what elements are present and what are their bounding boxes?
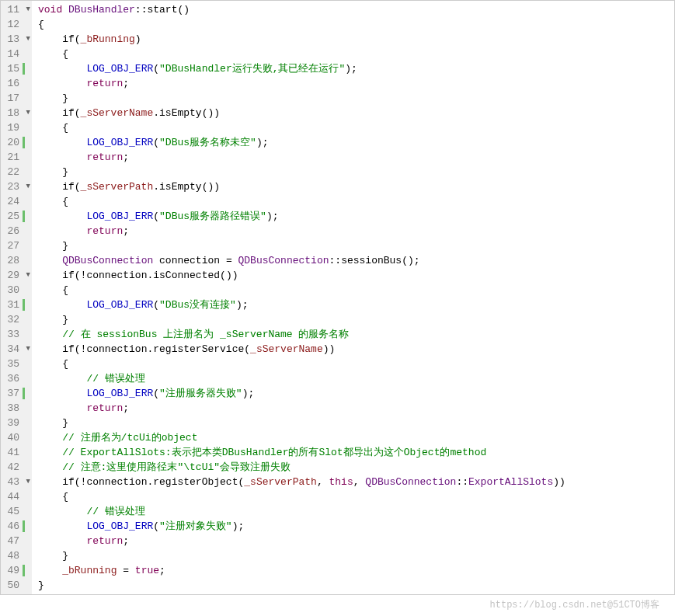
- code-token: (: [153, 299, 159, 311]
- code-token: this: [329, 476, 353, 488]
- gutter-line: 20: [2, 135, 30, 150]
- line-number: 16: [2, 76, 21, 91]
- code-token: {: [38, 196, 68, 207]
- code-token: (: [153, 63, 159, 75]
- code-token: )): [553, 476, 565, 488]
- gutter-line: 48: [2, 548, 30, 563]
- code-token: ();: [402, 255, 419, 266]
- code-token: (: [153, 137, 159, 148]
- code-token: QDBusConnection: [365, 476, 456, 488]
- line-number: 27: [2, 238, 21, 253]
- code-line: {: [38, 120, 668, 135]
- code-token: ()): [220, 270, 238, 281]
- code-token: [38, 151, 86, 163]
- code-line: return;: [38, 224, 668, 238]
- code-line: if(!connection.registerObject(_sServerPa…: [38, 475, 668, 489]
- code-token: );: [236, 299, 249, 311]
- fold-toggle-icon[interactable]: ▼: [21, 32, 30, 47]
- code-token: // 在 sessionBus 上注册名为 _sServerName 的服务名称: [62, 329, 349, 340]
- code-token: .: [153, 107, 159, 119]
- change-marker: [23, 211, 25, 222]
- code-token: "DBus服务名称未空": [159, 137, 256, 148]
- code-token: [153, 255, 159, 266]
- gutter-line: 39: [2, 416, 30, 430]
- code-token: }: [38, 579, 44, 591]
- code-line: // 错误处理: [38, 371, 668, 386]
- code-content: void DBusHandler::start(){ if(_bRunning)…: [32, 1, 674, 594]
- code-token: );: [266, 211, 279, 222]
- code-token: );: [242, 388, 255, 399]
- code-line: }: [38, 578, 668, 593]
- line-number: 15: [2, 61, 21, 76]
- code-line: LOG_OBJ_ERR("DBus服务名称未空");: [38, 135, 668, 150]
- code-line: {: [38, 357, 668, 371]
- code-token: ,: [353, 476, 366, 488]
- fold-toggle-icon[interactable]: ▼: [21, 342, 30, 357]
- gutter-line: 18▼: [2, 106, 30, 120]
- code-line: // 错误处理: [38, 504, 668, 519]
- code-token: [38, 447, 62, 458]
- code-line: {: [38, 47, 668, 61]
- code-token: start: [147, 4, 177, 16]
- code-token: LOG_OBJ_ERR: [86, 211, 153, 222]
- code-token: isEmpty: [159, 107, 202, 119]
- gutter-line: 49: [2, 563, 30, 578]
- code-line: QDBusConnection connection = QDBusConnec…: [38, 253, 668, 268]
- line-number: 34: [2, 342, 21, 357]
- line-number: 47: [2, 534, 21, 548]
- gutter-line: 32: [2, 312, 30, 327]
- code-token: ): [135, 33, 141, 45]
- code-token: [38, 299, 86, 311]
- code-token: "注册对象失败": [159, 520, 232, 532]
- code-token: true: [135, 565, 159, 576]
- code-token: }: [38, 550, 68, 562]
- gutter-line: 44: [2, 489, 30, 504]
- gutter-line: 40: [2, 430, 30, 445]
- code-token: ;: [123, 78, 129, 89]
- fold-toggle-icon[interactable]: ▼: [21, 2, 30, 17]
- fold-toggle-icon[interactable]: ▼: [21, 179, 30, 194]
- gutter-line: 31: [2, 298, 30, 312]
- line-number: 35: [2, 357, 21, 371]
- line-number: 12: [2, 17, 21, 32]
- change-marker: [23, 137, 25, 148]
- code-token: [38, 506, 86, 517]
- gutter-line: 35: [2, 357, 30, 371]
- code-token: if(!: [38, 476, 86, 488]
- line-number: 26: [2, 224, 21, 238]
- line-number: 41: [2, 445, 21, 460]
- line-number: 42: [2, 460, 21, 475]
- code-token: )): [323, 343, 336, 355]
- fold-toggle-icon[interactable]: ▼: [21, 475, 30, 489]
- code-token: // ExportAllSlots:表示把本类DBusHandler的所有Slo…: [62, 447, 486, 458]
- code-line: }: [38, 416, 668, 430]
- code-token: ::: [329, 255, 342, 266]
- line-number: 22: [2, 165, 21, 179]
- code-token: .: [153, 181, 159, 193]
- code-line: if(!connection.isConnected()): [38, 268, 668, 283]
- code-token: }: [38, 166, 68, 178]
- code-token: {: [38, 19, 44, 30]
- line-number: 49: [2, 563, 21, 578]
- gutter-line: 25: [2, 209, 30, 224]
- code-token: [38, 373, 86, 385]
- fold-toggle-icon[interactable]: ▼: [21, 106, 30, 120]
- gutter-line: 21: [2, 150, 30, 165]
- code-line: if(_bRunning): [38, 32, 668, 47]
- code-line: LOG_OBJ_ERR("DBus没有连接");: [38, 298, 668, 312]
- code-line: {: [38, 17, 668, 32]
- gutter-line: 15: [2, 61, 30, 76]
- code-token: [38, 402, 86, 414]
- code-line: LOG_OBJ_ERR("DBusHandler运行失败,其已经在运行");: [38, 61, 668, 76]
- fold-toggle-icon[interactable]: ▼: [21, 268, 30, 283]
- code-token: _bRunning: [62, 565, 117, 576]
- gutter-line: 33: [2, 327, 30, 342]
- code-line: LOG_OBJ_ERR("注册服务器失败");: [38, 386, 668, 401]
- line-number: 23: [2, 179, 21, 194]
- code-token: ;: [159, 565, 165, 576]
- code-line: // ExportAllSlots:表示把本类DBusHandler的所有Slo…: [38, 445, 668, 460]
- line-number: 39: [2, 416, 21, 430]
- code-token: LOG_OBJ_ERR: [86, 63, 153, 75]
- code-line: LOG_OBJ_ERR("注册对象失败");: [38, 519, 668, 534]
- code-token: return: [86, 151, 123, 163]
